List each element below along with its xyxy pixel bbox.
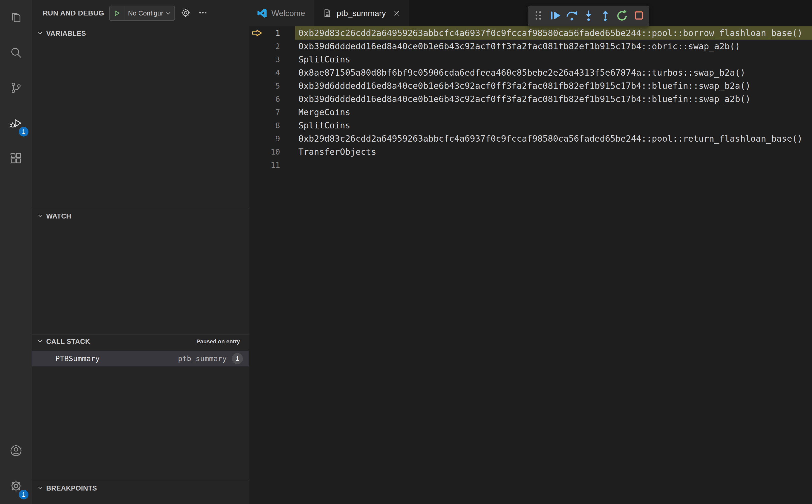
run-and-debug-sidebar: RUN AND DEBUG No Configur VARIABLES W [32,0,248,504]
continue-button[interactable] [547,7,564,25]
line-number: 3 [265,53,280,66]
code-text[interactable]: SplitCoins [295,53,812,66]
chevron-down-icon [37,29,44,38]
glyph-margin[interactable] [248,66,265,79]
settings-badge: 1 [19,490,28,499]
code-text[interactable]: 0xb29d83c26cdd2a64959263abbcfc4a6937f0c9… [295,132,812,145]
debug-settings-button[interactable] [179,7,192,20]
glyph-margin[interactable] [248,79,265,92]
chevron-down-icon [37,484,44,492]
views-more-actions-button[interactable] [196,7,209,20]
code-text[interactable] [295,158,812,172]
step-into-button[interactable] [580,7,597,25]
code-text[interactable]: 0xb29d83c26cdd2a64959263abbcfc4a6937f0c9… [295,26,812,40]
source-control-icon [10,81,22,95]
code-text[interactable]: TransferObjects [295,145,812,158]
chevron-down-icon [37,338,44,346]
call-stack-section: CALL STACK Paused on entry PTBSummary pt… [32,334,248,481]
chevron-down-icon [165,10,174,17]
step-out-icon [599,9,611,23]
debug-config-dropdown[interactable]: No Configur [109,6,175,21]
code-line[interactable]: 3SplitCoins [248,53,812,66]
step-over-button[interactable] [564,7,580,25]
code-line[interactable]: 10TransferObjects [248,145,812,158]
line-number: 8 [265,119,280,132]
code-text[interactable]: 0x8ae871505a80d8bf6bf9c05906cda6edfeea46… [295,66,812,79]
editor-code-area[interactable]: 10xb29d83c26cdd2a64959263abbcfc4a6937f0c… [248,26,812,504]
continue-icon [549,9,561,23]
code-text[interactable]: 0xb39d6dddedd16ed8a40ce0b1e6b43c92acf0ff… [295,40,812,53]
stack-frame-name: PTBSummary [55,354,100,363]
glyph-margin[interactable] [248,106,265,119]
glyph-margin[interactable] [248,158,265,172]
line-number: 11 [265,158,280,172]
code-line[interactable]: 7MergeCoins [248,106,812,119]
stack-frame-file: ptb_summary [178,354,227,363]
close-icon[interactable] [392,9,401,17]
watch-section-label: WATCH [46,212,71,220]
call-stack-frame-row[interactable]: PTBSummary ptb_summary 1 [32,351,248,366]
stop-button[interactable] [631,7,647,25]
breakpoints-section-header[interactable]: BREAKPOINTS [32,481,248,495]
activity-item-extensions[interactable] [0,141,32,176]
chevron-down-icon [37,212,44,220]
search-icon [10,46,22,60]
sidebar-title: RUN AND DEBUG [43,9,104,17]
line-number: 2 [265,40,280,53]
debug-config-label: No Configur [124,9,165,17]
glyph-margin[interactable] [248,132,265,145]
activity-item-accounts[interactable] [0,433,32,469]
activity-bar-spacer [0,176,32,433]
call-stack-section-header[interactable]: CALL STACK Paused on entry [32,334,248,349]
glyph-margin[interactable] [248,53,265,66]
sidebar-header: RUN AND DEBUG No Configur [32,0,248,26]
code-line[interactable]: 8SplitCoins [248,119,812,132]
step-over-icon [566,9,578,23]
glyph-margin[interactable] [248,92,265,106]
code-line[interactable]: 90xb29d83c26cdd2a64959263abbcfc4a6937f0c… [248,132,812,145]
variables-section-label: VARIABLES [46,30,86,38]
tab-ptb-summary[interactable]: ptb_summary [314,0,409,26]
code-line[interactable]: 50xb39d6dddedd16ed8a40ce0b1e6b43c92acf0f… [248,79,812,92]
code-text[interactable]: MergeCoins [295,106,812,119]
start-debug-icon[interactable] [110,6,124,20]
restart-button[interactable] [614,7,631,25]
step-out-button[interactable] [597,7,614,25]
code-text[interactable]: SplitCoins [295,119,812,132]
code-lines: 10xb29d83c26cdd2a64959263abbcfc4a6937f0c… [248,26,812,172]
watch-section-header[interactable]: WATCH [32,209,248,223]
line-number: 7 [265,106,280,119]
debug-toolbar [528,6,649,26]
code-line[interactable]: 40x8ae871505a80d8bf6bf9c05906cda6edfeea4… [248,66,812,79]
activity-item-source-control[interactable] [0,71,32,106]
code-line[interactable]: 11 [248,158,812,172]
tab-welcome-label: Welcome [271,9,305,18]
activity-item-explorer[interactable] [0,0,32,35]
glyph-margin[interactable] [248,40,265,53]
code-line[interactable]: 20xb39d6dddedd16ed8a40ce0b1e6b43c92acf0f… [248,40,812,53]
code-text[interactable]: 0xb39d6dddedd16ed8a40ce0b1e6b43c92acf0ff… [295,79,812,92]
code-text[interactable]: 0xb39d6dddedd16ed8a40ce0b1e6b43c92acf0ff… [295,92,812,106]
variables-section: VARIABLES [32,26,248,209]
debug-toolbar-drag-handle[interactable] [530,7,547,25]
vscode-logo-icon [257,8,267,18]
activity-item-settings[interactable]: 1 [0,469,32,504]
activity-item-search[interactable] [0,35,32,71]
tab-welcome[interactable]: Welcome [248,0,314,26]
breakpoints-section: BREAKPOINTS [32,481,248,504]
variables-section-header[interactable]: VARIABLES [32,26,248,41]
activity-item-run-and-debug[interactable]: 1 [0,106,32,141]
restart-icon [616,9,628,23]
glyph-margin[interactable] [248,119,265,132]
code-line[interactable]: 10xb29d83c26cdd2a64959263abbcfc4a6937f0c… [248,26,812,40]
explorer-icon [10,11,22,25]
tab-ptb-summary-label: ptb_summary [337,9,386,18]
line-number: 5 [265,79,280,92]
glyph-margin[interactable] [248,145,265,158]
stack-frame-meta: ptb_summary 1 [178,353,243,364]
activity-bar: 1 1 [0,0,32,504]
code-line[interactable]: 60xb39d6dddedd16ed8a40ce0b1e6b43c92acf0f… [248,92,812,106]
stop-icon [633,9,645,23]
line-number: 4 [265,66,280,79]
debug-current-line-arrow-icon[interactable] [248,26,265,40]
